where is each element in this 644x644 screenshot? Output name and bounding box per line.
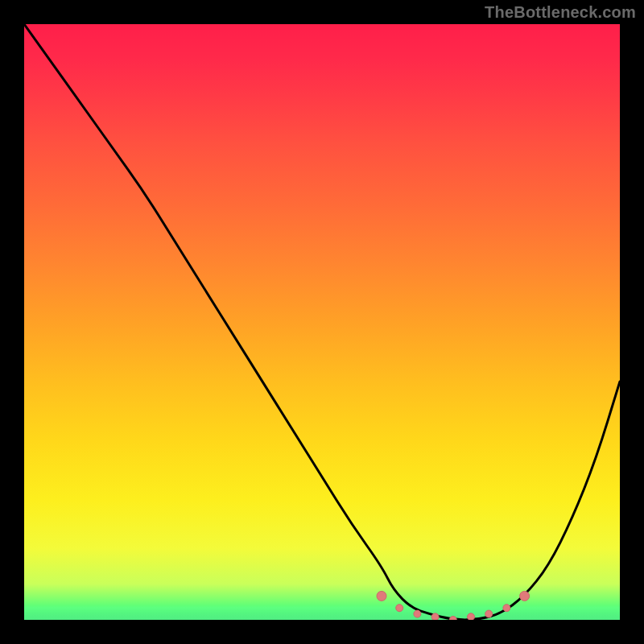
chart-frame: TheBottleneck.com <box>0 0 644 644</box>
valley-marker <box>468 613 475 620</box>
valley-marker <box>431 613 439 620</box>
plot-area <box>24 24 620 620</box>
valley-marker <box>414 610 421 617</box>
valley-marker <box>485 610 493 617</box>
watermark-text: TheBottleneck.com <box>485 3 636 22</box>
valley-marker <box>396 605 403 612</box>
curve-layer <box>24 24 620 620</box>
valley-marker <box>520 591 530 601</box>
bottleneck-curve-path <box>24 24 620 620</box>
valley-marker <box>377 591 386 601</box>
valley-marker <box>449 617 456 621</box>
valley-marker <box>503 605 510 612</box>
